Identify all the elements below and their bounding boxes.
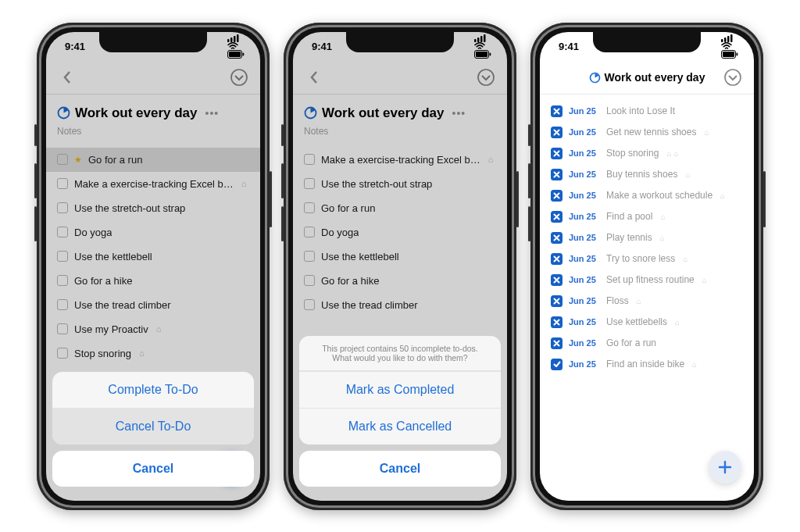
date-label: Jun 25 — [569, 148, 600, 158]
cancel-icon[interactable] — [551, 127, 562, 138]
tag-icon: ⌂ — [660, 212, 665, 221]
tag-icon: ⌂ ⌂ — [666, 149, 678, 158]
nav-bar: Work out every day — [540, 62, 754, 95]
tag-icon: ⌂ — [683, 255, 688, 263]
tag-icon: ⌂ — [685, 170, 690, 179]
complete-todo-button[interactable]: Complete To-Do — [52, 372, 254, 408]
mark-completed-button[interactable]: Mark as Completed — [299, 371, 501, 408]
item-label: Look into Lose It — [606, 105, 675, 116]
action-sheet: This project contains 50 incomplete to-d… — [299, 336, 501, 487]
battery-icon — [721, 50, 738, 59]
item-label: Get new tennis shoes — [606, 127, 696, 137]
svg-point-26 — [725, 70, 741, 85]
cancel-todo-button[interactable]: Cancel To-Do — [52, 408, 254, 445]
item-label: Play tennis — [606, 232, 652, 243]
date-label: Jun 25 — [569, 170, 600, 179]
cancel-icon[interactable] — [551, 253, 562, 265]
wifi-icon — [721, 42, 732, 50]
mark-cancelled-button[interactable]: Mark as Cancelled — [299, 408, 501, 445]
phone-3: 9:41 Work out every day Jun 25Look into … — [530, 23, 763, 510]
phone-1: 9:41 — [37, 23, 270, 510]
item-label: Buy tennis shoes — [606, 169, 677, 180]
date-label: Jun 25 — [569, 275, 600, 284]
completed-item[interactable]: Jun 25Look into Lose It — [540, 101, 754, 122]
svg-rect-21 — [730, 34, 733, 42]
tag-icon: ⌂ — [702, 276, 707, 284]
completed-item[interactable]: Jun 25Try to snore less⌂ — [540, 248, 754, 270]
completed-item[interactable]: Jun 25Find an inside bike⌂ — [540, 354, 754, 375]
item-label: Use kettlebells — [606, 316, 667, 327]
status-indicators — [719, 34, 738, 59]
cancel-icon[interactable] — [551, 295, 562, 307]
cancel-icon[interactable] — [551, 274, 562, 286]
item-label: Floss — [606, 295, 629, 306]
date-label: Jun 25 — [569, 106, 600, 116]
cancel-icon[interactable] — [551, 211, 562, 223]
cancel-button[interactable]: Cancel — [52, 451, 254, 487]
svg-rect-19 — [724, 37, 727, 42]
completed-item[interactable]: Jun 25Use kettlebells⌂ — [540, 312, 754, 333]
phone-2: 9:41 — [284, 23, 516, 510]
tag-icon: ⌂ — [692, 360, 697, 369]
completed-item[interactable]: Jun 25Floss⌂ — [540, 291, 754, 312]
item-label: Make a workout schedule — [606, 190, 712, 201]
svg-rect-23 — [723, 52, 734, 57]
signal-icon — [721, 34, 733, 42]
svg-rect-18 — [721, 39, 723, 42]
date-label: Jun 25 — [569, 317, 600, 327]
status-time: 9:41 — [559, 41, 579, 52]
svg-rect-24 — [737, 53, 738, 56]
date-label: Jun 25 — [569, 359, 600, 369]
item-label: Find an inside bike — [606, 359, 684, 370]
date-label: Jun 25 — [569, 233, 600, 242]
add-button[interactable] — [709, 451, 741, 484]
date-label: Jun 25 — [569, 254, 600, 263]
item-label: Set up fitness routine — [606, 274, 695, 285]
completed-item[interactable]: Jun 25Go for a run — [540, 333, 754, 354]
notch — [593, 32, 701, 52]
tag-icon: ⌂ — [704, 128, 709, 137]
date-label: Jun 25 — [569, 338, 600, 348]
cancel-icon[interactable] — [551, 105, 562, 117]
cancel-icon[interactable] — [551, 148, 562, 159]
item-label: Go for a run — [606, 337, 656, 348]
completed-item[interactable]: Jun 25Stop snoring⌂ ⌂ — [540, 143, 754, 164]
date-label: Jun 25 — [569, 127, 600, 137]
cancel-icon[interactable] — [551, 169, 562, 180]
item-label: Find a pool — [606, 211, 652, 222]
completed-item[interactable]: Jun 25Play tennis⌂ — [540, 227, 754, 248]
expand-button[interactable] — [720, 68, 746, 87]
item-label: Try to snore less — [606, 253, 675, 264]
cancel-icon[interactable] — [551, 232, 562, 244]
item-label: Stop snoring — [606, 148, 659, 159]
tag-icon: ⌂ — [675, 318, 680, 327]
date-label: Jun 25 — [569, 212, 600, 221]
checkmark-icon[interactable] — [551, 359, 562, 370]
action-sheet: Complete To-Do Cancel To-Do Cancel — [52, 372, 254, 487]
project-icon — [589, 72, 601, 84]
sheet-message: This project contains 50 incomplete to-d… — [299, 336, 501, 371]
completed-item[interactable]: Jun 25Set up fitness routine⌂ — [540, 270, 754, 291]
tag-icon: ⌂ — [637, 297, 641, 305]
completed-list[interactable]: Jun 25Look into Lose ItJun 25Get new ten… — [540, 95, 754, 375]
notch — [99, 32, 207, 52]
cancel-button[interactable]: Cancel — [299, 451, 501, 487]
cancel-icon[interactable] — [551, 316, 562, 328]
date-label: Jun 25 — [569, 296, 600, 305]
svg-rect-20 — [727, 36, 730, 42]
cancel-icon[interactable] — [551, 190, 562, 202]
tag-icon: ⌂ — [660, 234, 665, 242]
completed-item[interactable]: Jun 25Make a workout schedule⌂ — [540, 185, 754, 206]
completed-item[interactable]: Jun 25Find a pool⌂ — [540, 206, 754, 227]
completed-item[interactable]: Jun 25Get new tennis shoes⌂ — [540, 122, 754, 143]
notch — [346, 32, 454, 52]
cancel-icon[interactable] — [551, 337, 562, 349]
completed-item[interactable]: Jun 25Buy tennis shoes⌂ — [540, 164, 754, 185]
nav-title: Work out every day — [574, 71, 720, 84]
date-label: Jun 25 — [569, 191, 600, 200]
tag-icon: ⌂ — [720, 191, 725, 200]
